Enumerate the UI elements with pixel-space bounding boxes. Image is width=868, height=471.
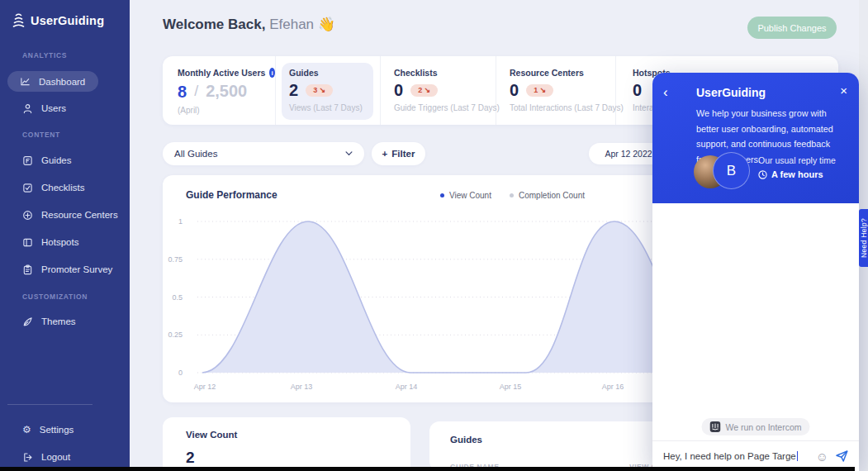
gear-icon: ⚙ [22,425,31,435]
y-tick: 0.5 [164,293,183,302]
chat-input-value: Hey, I need help on Page Targe [663,451,796,461]
legend-completion-count[interactable]: Completion Count [510,191,585,200]
view-count-area [202,221,718,373]
filter-button-label: Filter [391,149,415,159]
trend-down-badge: 3 ↘ [306,84,333,97]
chat-message-input[interactable]: Hey, I need help on Page Targe [663,451,809,461]
stat-subtitle: Guide Triggers (Last 7 Days) [394,103,496,112]
sidebar-item-themes[interactable]: Themes [22,313,76,330]
stat-value: 0 [394,82,403,98]
sidebar-item-logout[interactable]: Logout [22,449,70,465]
sidebar-divider [7,404,92,405]
stat-subtitle: Total Interactions (Last 7 Days) [510,103,615,112]
stat-title: Monthly Active Users [178,68,265,78]
sidebar-item-label: Guides [41,155,71,165]
section-label-content: CONTENT [22,131,60,139]
reply-time-value: A few hours [771,169,823,179]
bottom-window-edge [0,467,855,471]
chevron-down-icon [345,151,353,156]
plus-icon: + [382,149,388,159]
stat-title: Resource Centers [510,68,584,78]
need-help-tab[interactable]: Need Help? [859,209,868,267]
sidebar-item-checklists[interactable]: Checklists [22,179,84,196]
view-count-card: View Count 2 [163,417,410,471]
sidebar-item-settings[interactable]: ⚙ Settings [22,421,74,438]
stat-monthly-active-users[interactable]: Monthly Active Usersi 8 / 2,500 (April) [163,56,275,125]
section-label-customization: CUSTOMIZATION [22,293,88,301]
stat-value: 0 [633,82,642,98]
y-tick: 0.75 [164,255,183,264]
filter-button[interactable]: + Filter [372,142,425,165]
guide-select-value: All Guides [174,149,217,159]
dashboard-page: UserGuiding ANALYTICS Dashboard Users CO… [0,0,868,471]
resource-center-icon [22,210,33,221]
x-tick: Apr 14 [396,383,418,391]
logo-text: UserGuiding [31,14,104,27]
chart-title: Guide Performance [186,189,277,201]
legend-label: View Count [449,191,491,200]
sidebar-item-label: Logout [41,452,70,462]
info-icon[interactable]: i [269,68,275,78]
sidebar-item-label: Dashboard [39,77,85,87]
sidebar-item-users[interactable]: Users [22,100,66,117]
text-cursor [797,451,798,461]
intercom-badge[interactable]: We run on Intercom [701,418,809,435]
send-icon[interactable] [836,450,848,462]
avatar-letter: B [713,152,750,189]
survey-icon [22,264,33,275]
greeting-name: Efehan [269,17,314,32]
sidebar-item-label: Checklists [41,183,84,193]
x-tick: Apr 13 [291,383,313,391]
logout-icon [22,452,33,463]
y-tick: 0 [164,369,183,377]
trend-down-badge: 1 ↘ [526,84,553,97]
trend-down-badge: 2 ↘ [410,84,438,97]
sidebar-item-resource-centers[interactable]: Resource Centers [22,207,118,223]
sidebar-item-hotspots[interactable]: Hotspots [22,234,78,250]
stat-resource-centers[interactable]: Resource Centers 0 1 ↘ Total Interaction… [496,56,615,125]
chart-legend: View Count Completion Count [440,191,585,200]
sidebar-item-guides[interactable]: Guides [22,152,71,169]
legend-dot-gray [510,193,514,197]
stat-guides[interactable]: Guides 2 3 ↘ Views (Last 7 Days) [275,56,380,125]
clock-icon [758,170,767,179]
page-title: Welcome Back, Efehan 👋 [163,16,335,33]
need-help-label: Need Help? [860,218,868,258]
sidebar-item-promoter-survey[interactable]: Promoter Survey [22,261,112,278]
stat-divider: / [194,83,198,100]
emoji-picker-icon[interactable]: ☺ [816,450,828,463]
close-icon[interactable]: × [840,84,847,97]
guide-select-dropdown[interactable]: All Guides [163,142,364,165]
legend-view-count[interactable]: View Count [440,191,491,200]
card-title: Guides [450,435,482,445]
avatar-group: B [694,151,753,191]
stat-subtitle: Views (Last 7 Days) [289,103,380,112]
stat-checklists[interactable]: Checklists 0 2 ↘ Guide Triggers (Last 7 … [380,56,496,125]
reply-time-block: Our usual reply time A few hours [758,155,836,179]
userguiding-logo[interactable]: UserGuiding [12,12,104,29]
greeting-bold: Welcome Back, [163,17,265,32]
x-tick: Apr 16 [602,383,624,391]
back-icon[interactable]: ‹ [663,85,668,99]
reply-time-label: Our usual reply time [758,155,836,165]
stat-title: Guides [289,68,319,78]
publish-changes-button[interactable]: Publish Changes [747,17,837,39]
section-label-analytics: ANALYTICS [22,51,67,59]
stat-value: 8 [178,83,187,100]
sidebar-item-label: Users [41,103,66,113]
chat-title: UserGuiding [696,86,766,99]
sidebar-item-label: Promoter Survey [41,264,112,274]
sidebar: UserGuiding ANALYTICS Dashboard Users CO… [0,0,130,471]
legend-label: Completion Count [519,191,585,200]
stat-value: 2 [289,82,298,98]
dashboard-icon [20,76,31,87]
stat-value: 0 [510,82,519,98]
checklist-icon [22,183,33,193]
lighthouse-logo-icon [12,12,26,29]
sidebar-item-label: Hotspots [41,237,78,247]
chat-header: ‹ UserGuiding × We help your business gr… [652,73,859,203]
wave-emoji: 👋 [318,17,335,32]
sidebar-item-dashboard[interactable]: Dashboard [7,71,98,92]
y-tick: 1 [164,217,183,226]
intercom-logo-icon [709,421,720,432]
